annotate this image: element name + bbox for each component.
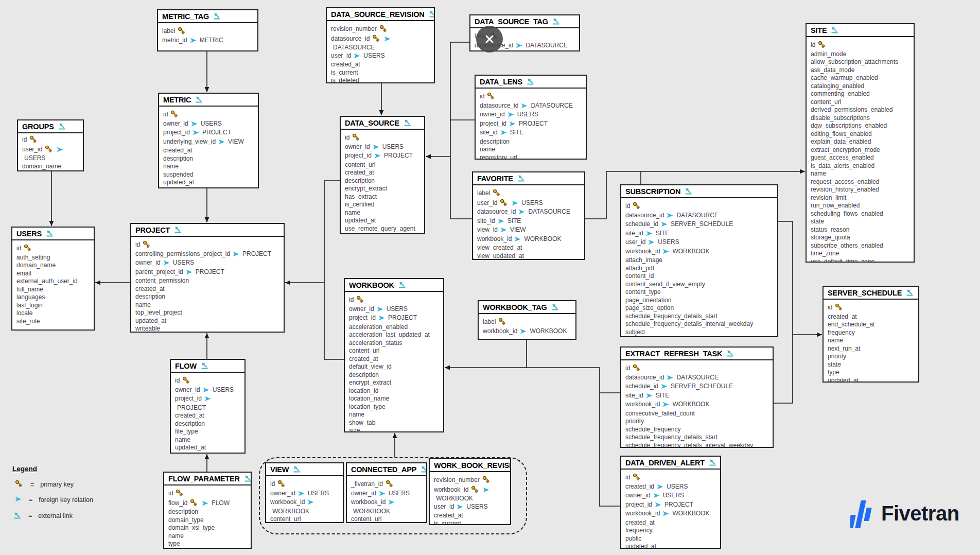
foreign-key-arrow-icon bbox=[500, 130, 507, 138]
field-name: workbook_id bbox=[483, 327, 517, 335]
external-link-icon[interactable] bbox=[404, 118, 411, 128]
field-row: content_url bbox=[345, 161, 420, 169]
field-row: user_idUSERS bbox=[22, 145, 79, 163]
external-link-icon[interactable] bbox=[517, 174, 525, 183]
primary-key-icon bbox=[178, 27, 186, 37]
external-link-icon[interactable] bbox=[195, 95, 203, 105]
field-name: name bbox=[811, 170, 826, 177]
external-link-icon[interactable] bbox=[293, 465, 301, 474]
field-name: id bbox=[175, 377, 180, 384]
external-link-icon[interactable] bbox=[551, 303, 559, 312]
field-name: user_id bbox=[434, 503, 454, 510]
field-row: controlling_permissions_project_idPROJEC… bbox=[135, 250, 279, 259]
field-name: created_at bbox=[625, 519, 655, 526]
field-name: workbook_id bbox=[434, 486, 468, 493]
field-name: datasource_id bbox=[331, 35, 370, 42]
external-link-icon[interactable] bbox=[726, 349, 734, 358]
field-row: label bbox=[477, 189, 580, 199]
foreign-key-arrow-icon bbox=[190, 38, 197, 46]
field-row: commenting_enabled bbox=[811, 90, 909, 98]
foreign-key-arrow-icon bbox=[377, 306, 383, 315]
field-name: description bbox=[163, 155, 193, 162]
external-link-icon[interactable] bbox=[421, 465, 427, 474]
field-row: name bbox=[828, 337, 914, 345]
table-SITE: SITEidadmin_modeallow_subscription_attac… bbox=[806, 23, 915, 263]
field-row: id bbox=[625, 202, 773, 212]
field-name: disable_subscriptions bbox=[811, 114, 870, 122]
foreign-table-ref: SERVER_SCHEDULE bbox=[671, 383, 733, 390]
field-row: is_current bbox=[434, 520, 506, 526]
field-name: content_permission bbox=[135, 277, 189, 284]
external-link-icon[interactable] bbox=[906, 288, 914, 298]
field-row: created_at bbox=[175, 412, 240, 420]
external-link-icon[interactable] bbox=[685, 187, 692, 196]
external-link-icon[interactable] bbox=[46, 229, 54, 238]
field-row: created_at bbox=[434, 512, 506, 520]
field-name: webpage_url bbox=[163, 187, 199, 189]
foreign-table-ref: PROJECT bbox=[388, 314, 417, 321]
field-name: created_at bbox=[163, 147, 192, 154]
foreign-table-ref: USERS bbox=[466, 503, 487, 510]
field-name: content_url bbox=[349, 347, 379, 354]
fivetran-logo-icon bbox=[850, 497, 874, 529]
table-SERVER_SCHEDULE: SERVER_SCHEDULEidcreated_atend_schedule_… bbox=[822, 286, 919, 383]
field-row: email bbox=[16, 270, 90, 278]
field-name: schedule_frequency_details_interval_week… bbox=[625, 320, 753, 327]
field-row: created_at bbox=[135, 285, 279, 293]
field-row: dqw_subscriptions_enabled bbox=[811, 122, 909, 130]
table-EXTRACT_REFRESH_TASK: EXTRACT_REFRESH_TASKiddatasource_idDATAS… bbox=[620, 346, 774, 448]
field-name: created_at bbox=[349, 355, 378, 362]
table-GROUPS: GROUPSiduser_idUSERSdomain_namenameimpor… bbox=[17, 119, 84, 171]
field-name: project_id bbox=[163, 129, 190, 136]
field-name: name bbox=[175, 436, 190, 443]
field-name: admin_mode bbox=[811, 50, 846, 58]
external-link-icon[interactable] bbox=[174, 226, 182, 235]
field-name: run_now_enabled bbox=[811, 202, 860, 209]
foreign-table-ref: USERS bbox=[521, 199, 542, 206]
field-row: name bbox=[349, 411, 439, 419]
external-link-icon[interactable] bbox=[831, 26, 838, 35]
field-row: top_level_project bbox=[135, 309, 279, 317]
table-name: WORKBOOK_TAG bbox=[483, 303, 547, 311]
external-link-icon[interactable] bbox=[552, 17, 560, 26]
erd-canvas: METRIC_TAGlabelmetric_idMETRICDATA_SOURC… bbox=[0, 0, 980, 555]
foreign-table-ref: USERS bbox=[201, 120, 222, 127]
close-icon bbox=[484, 33, 495, 45]
field-row: user_idUSERS bbox=[477, 199, 580, 209]
external-link-icon[interactable] bbox=[429, 10, 435, 19]
external-link-icon[interactable] bbox=[709, 458, 716, 467]
field-name: schedule_frequency_details_interval_week… bbox=[625, 442, 753, 448]
field-name: id bbox=[625, 365, 630, 372]
field-name: suspended bbox=[625, 336, 656, 337]
table-name: DATA_LENS bbox=[480, 78, 522, 86]
field-row: label bbox=[483, 318, 571, 327]
field-name: domain_type bbox=[168, 516, 204, 524]
primary-key-icon bbox=[29, 135, 38, 145]
external-link-icon[interactable] bbox=[201, 361, 208, 371]
external-link-icon[interactable] bbox=[213, 12, 221, 21]
field-row: owner_idUSERS bbox=[175, 386, 240, 395]
table-header: DATA_SOURCE bbox=[341, 117, 424, 130]
field-name: scheduling_flows_enabled bbox=[811, 210, 883, 217]
external-link-icon[interactable] bbox=[244, 474, 252, 483]
table-DATA_LENS: DATA_LENSiddatasource_idDATASOURCEowner_… bbox=[475, 75, 587, 160]
field-row: datasource_idDATASOURCE bbox=[625, 212, 773, 221]
external-link-icon[interactable] bbox=[58, 122, 66, 131]
field-row: id bbox=[480, 92, 582, 102]
field-name: revision_limit bbox=[811, 194, 846, 201]
foreign-table-ref: SITE bbox=[507, 217, 521, 224]
primary-key-icon bbox=[379, 25, 388, 34]
field-row: id bbox=[349, 296, 439, 305]
external-link-icon[interactable] bbox=[527, 77, 534, 86]
close-button[interactable] bbox=[476, 26, 503, 53]
field-row: description bbox=[135, 293, 279, 301]
field-name: created_id bbox=[625, 483, 654, 490]
field-name: status_reason bbox=[811, 226, 849, 233]
primary-key-icon bbox=[498, 318, 506, 327]
field-row: project_idPROJECT bbox=[625, 501, 716, 510]
external-link-icon[interactable] bbox=[398, 281, 406, 290]
field-name: location_id bbox=[349, 387, 378, 394]
legend-item: =external link bbox=[12, 511, 93, 521]
field-row: revision_history_enabled bbox=[811, 186, 909, 194]
field-row: created_idUSERS bbox=[625, 483, 716, 492]
